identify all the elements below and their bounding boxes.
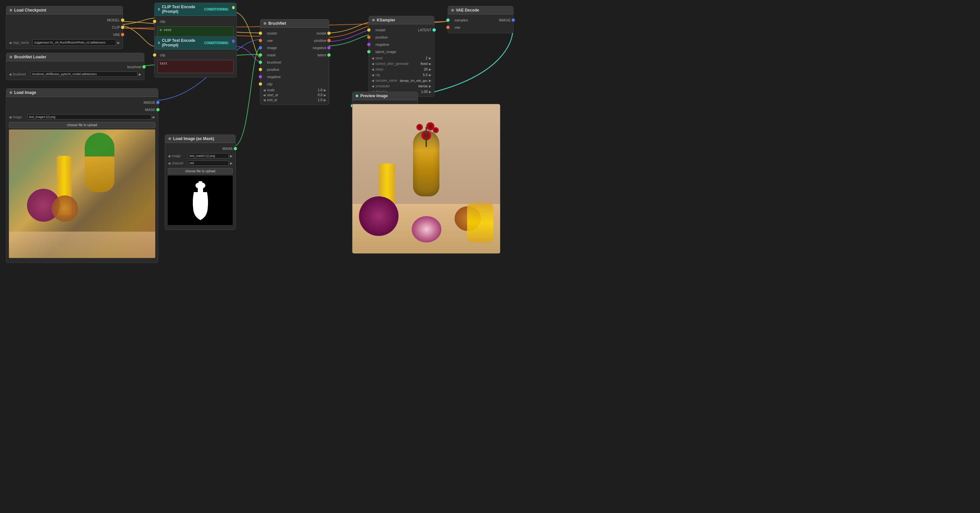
mask-out-row-2: MASK [165,145,235,152]
mask-img-value[interactable]: test_mask3 (1).png [188,153,229,159]
brushnet-latent-out-label: latent [297,53,326,57]
ctrl-arrow-right[interactable]: ▶ [429,62,431,65]
vae-samples-in [446,19,450,22]
sched-value: karras [418,84,428,88]
vae-socket [121,33,124,36]
denoise-value: 1.00 [421,90,428,94]
ctrl-arrow-left[interactable]: ◀ [372,62,374,65]
brushnet-clip-row: clip [261,80,329,87]
denoise-arrow-right[interactable]: ▶ [429,90,431,94]
clip-encode-2-body: clip text [154,49,236,77]
seed-arrow-left[interactable]: ◀ [372,56,374,60]
ksampler-body: model LATENT positive negative latent_im… [369,24,434,97]
sampler-arrow-right[interactable]: ▶ [429,79,431,83]
steps-label: steps [375,68,423,71]
ksampler-latent-label: latent_image [372,50,431,54]
ksampler-latent-out-label: LATENT [404,28,431,32]
brushnet-image-in [259,46,262,49]
mask-ch-arrow-right[interactable]: ▶ [230,162,233,165]
clip-encode-1-title: CLIP Text Encode (Prompt) [162,5,202,14]
ksampler-negative-row: negative [369,41,434,48]
preview-image-output [352,104,500,254]
ksampler-latent-out [433,29,436,32]
ksampler-title: KSampler [377,18,395,22]
end-arrow-right[interactable]: ▶ [324,98,326,102]
mask-out-row: MASK [6,106,158,113]
model-socket [121,19,124,22]
brushnet-model-row: model model [261,30,329,37]
mask-ch-value[interactable]: red [188,160,229,166]
brushnet-model-in [259,32,262,35]
image-value[interactable]: test_image3 (2).png [27,114,151,120]
start-arrow-left[interactable]: ◀ [263,93,266,97]
ctrl-label: control_after_generate [375,62,419,65]
clip-text-2-input[interactable]: text [157,60,234,73]
brushnet-loader-title: BrushNet Loader [14,55,46,59]
load-image-body: IMAGE MASK ◀ image test_image3 (2).png ▶… [6,97,158,263]
seed-arrow-right[interactable]: ▶ [429,56,431,60]
brushnet-vae-in [259,39,262,42]
start-arrow-right[interactable]: ▶ [324,93,326,97]
scale-slider-row: ◀ scale 1.0 ▶ [261,87,329,92]
brushnet-out-socket [142,65,146,68]
end-at-slider-row: ◀ end_at 1.0 ▶ [261,97,329,102]
scale-label: scale [267,88,311,92]
brushnet-positive-out-label: positive [297,38,326,43]
steps-arrow-left[interactable]: ◀ [372,68,374,71]
mask-img-arrow-right[interactable]: ▶ [230,154,233,158]
vae-label: VAE [9,33,120,37]
vae-samples-row: samples IMAGE [448,16,513,24]
load-image-choose-file-btn[interactable]: choose file to upload [9,122,155,128]
steps-arrow-right[interactable]: ▶ [429,68,431,71]
conditioning-out-label-2: CONDITIONING [204,41,228,45]
seed-row: ◀ seed 2 ▶ [369,56,434,61]
load-image-node: Load Image IMAGE MASK ◀ image test_image… [6,88,158,263]
cfg-value: 5.0 [423,73,428,77]
scheduler-row: ◀ scheduler karras ▶ [369,83,434,89]
end-arrow-left[interactable]: ◀ [263,98,266,102]
ksampler-header: KSampler [369,16,434,24]
brushnet-brushnet-row: brushnet [261,59,329,66]
mask-out-socket-2 [234,147,237,150]
ksampler-positive-row: positive [369,33,434,41]
start-at-label: start_at [267,93,311,97]
control-after-row: ◀ control_after_generate fixed ▶ [369,61,434,67]
brushnet-value[interactable]: brushnet_xl/diffusion_pytorch_model.safe… [31,71,137,77]
cfg-arrow-right[interactable]: ▶ [429,73,431,77]
brushnet-vae-row: vae positive [261,37,329,44]
ckpt-value[interactable]: Juggernaut-XL_v9_RunDiffusionPhoto_v2.sa… [32,39,116,46]
load-checkpoint-header: Load Checkpoint [6,6,123,14]
mask-img-arrow-left[interactable]: ◀ [168,154,170,158]
cfg-arrow-left[interactable]: ◀ [372,73,374,77]
sched-arrow-right[interactable]: ▶ [429,84,431,88]
conditioning-socket-1 [232,6,235,9]
node-dot [10,56,12,58]
sched-arrow-left[interactable]: ◀ [372,84,374,88]
mask-out-label-2: MASK [168,147,233,151]
load-checkpoint-node: Load Checkpoint MODEL CLIP VAE ◀ ckpt_na… [6,6,123,49]
preview-output-image [352,104,500,253]
sampler-arrow-left[interactable]: ◀ [372,79,374,83]
ksampler-latent-in [367,50,371,53]
brushnet-header: BrushNet [261,19,329,28]
conditioning-socket-2 [232,40,235,43]
ckpt-arrow-right: ▶ [117,41,120,44]
vae-decode-node: VAE Decode samples IMAGE vae [448,6,514,33]
sampler-row: ◀ sampler_name dpmpp_2m_sde_gpu ▶ [369,78,434,83]
node-dot [169,137,171,140]
image-arrow-left: ◀ [9,115,11,119]
clip-text-encode-2-node: CLIP Text Encode (Prompt) CONDITIONING c… [154,36,237,78]
scale-arrow-left[interactable]: ◀ [263,88,266,92]
vae-vae-in [446,26,450,29]
mask-preview [168,176,233,225]
brushnet-negative-in [259,75,262,78]
load-checkpoint-title: Load Checkpoint [14,8,46,13]
node-dot [158,8,160,11]
clip-input-label-2: clip [157,53,234,57]
brushnet-clip-in [259,83,262,86]
scale-arrow-right[interactable]: ▶ [324,88,326,92]
mask-ch-arrow-left[interactable]: ◀ [168,162,170,165]
ksampler-model-label: model [372,28,404,32]
brushnet-vae-in-label: vae [263,38,297,43]
load-mask-choose-file-btn[interactable]: choose file to upload [168,168,233,174]
